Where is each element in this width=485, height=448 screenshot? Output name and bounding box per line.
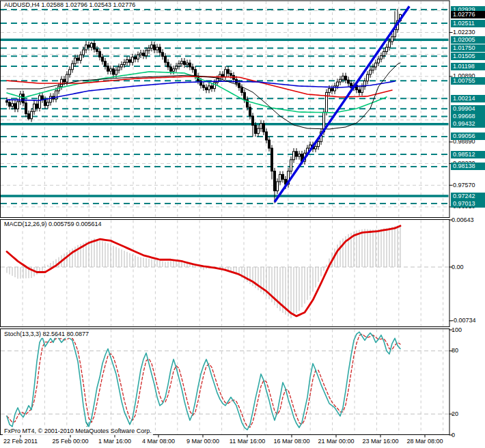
price-label: 1.02230	[451, 29, 485, 36]
trendline-blue	[275, 6, 409, 202]
candle-up	[85, 45, 87, 50]
price-label: 1.00755	[451, 77, 485, 85]
macd-layer	[7, 225, 400, 318]
candle-down	[64, 79, 66, 82]
price-label: 0.99432	[451, 120, 485, 128]
candle-down	[227, 70, 230, 74]
candle-up	[69, 70, 71, 74]
candle-down	[252, 116, 254, 125]
candle-down	[154, 45, 156, 50]
candle-up	[394, 29, 396, 37]
candle-up	[208, 86, 210, 90]
candle-up	[148, 48, 150, 51]
date-label: 22 Feb 2011	[3, 438, 38, 445]
candle-down	[282, 174, 284, 179]
candle-down	[206, 87, 208, 89]
date-label: 1 Mar 16:00	[98, 438, 131, 445]
candle-up	[293, 152, 295, 160]
candle-down	[211, 86, 213, 89]
candle-down	[9, 102, 11, 107]
candle-up	[80, 55, 82, 60]
candle-up	[115, 70, 117, 74]
candle-up	[91, 43, 93, 47]
indicator-scale-label: 100	[452, 326, 462, 334]
candle-up	[340, 79, 342, 82]
candle-up	[173, 69, 175, 71]
candle-down	[135, 57, 137, 59]
candle-down	[162, 53, 164, 57]
candle-down	[249, 107, 251, 116]
indicator-scale-label: 0.00	[452, 264, 464, 271]
candle-up	[258, 128, 260, 133]
candle-up	[74, 58, 77, 64]
level-lines-layer	[1, 10, 449, 204]
candle-up	[334, 86, 336, 91]
candle-up	[225, 70, 227, 77]
candle-up	[375, 63, 377, 67]
candle-down	[296, 152, 298, 156]
candle-up	[124, 62, 126, 64]
candle-up	[17, 102, 19, 109]
candle-up	[383, 51, 385, 55]
price-label: 0.98512	[451, 151, 485, 158]
candle-down	[107, 66, 109, 71]
candle-up	[290, 160, 292, 171]
candle-up	[118, 67, 120, 70]
candle-down	[244, 92, 246, 100]
price-label: 1.02005	[451, 36, 485, 44]
candle-down	[77, 58, 79, 60]
candle-down	[165, 57, 167, 63]
candle-up	[260, 124, 262, 128]
candle-up	[386, 47, 388, 51]
candle-up	[318, 141, 320, 146]
candle-up	[342, 76, 344, 79]
date-label: 23 Mar 16:00	[362, 438, 398, 445]
candle-up	[361, 87, 363, 93]
candle-down	[96, 49, 98, 51]
candle-down	[263, 124, 265, 132]
date-label: 28 Mar 08:00	[406, 438, 443, 445]
candle-up	[372, 67, 374, 70]
candle-up	[329, 89, 331, 93]
price-label: 1.02511	[451, 20, 485, 27]
candle-down	[222, 74, 224, 76]
candle-down	[345, 76, 347, 80]
indicator-scale-label: 0.00643	[452, 216, 474, 224]
candle-up	[181, 61, 183, 64]
candle-up	[12, 104, 14, 107]
candle-down	[274, 171, 276, 191]
object-marker: y	[86, 420, 89, 427]
candle-down	[195, 70, 197, 76]
date-label: 4 Mar 08:00	[142, 438, 175, 445]
candle-up	[47, 102, 49, 106]
candle-down	[36, 104, 38, 108]
price-label: 1.02776	[451, 11, 485, 18]
candle-down	[331, 89, 333, 91]
candle-up	[39, 96, 41, 108]
price-label: 1.01505	[451, 53, 485, 60]
moving-averages-layer	[7, 63, 400, 129]
candle-down	[203, 85, 205, 87]
candle-down	[42, 96, 44, 100]
candle-up	[315, 147, 317, 149]
candle-up	[66, 74, 68, 82]
indicator-scale-label: 80	[452, 347, 458, 354]
candle-down	[271, 148, 273, 171]
candle-down	[14, 104, 16, 109]
indicator-scale-label: 20	[452, 410, 458, 418]
symbol-ohlc-title: AUDUSD,H4 1.02588 1.02796 1.02543 1.0277…	[3, 1, 137, 9]
price-label: 0.99668	[451, 113, 485, 120]
candle-up	[337, 82, 339, 86]
candle-down	[23, 94, 25, 103]
candle-up	[72, 64, 74, 70]
candle-down	[241, 87, 243, 92]
price-label: 0.97242	[451, 193, 485, 200]
ma-black-thin	[7, 63, 400, 129]
date-label: 25 Feb 00:00	[52, 438, 88, 445]
candle-up	[217, 79, 219, 83]
candle-up	[279, 174, 281, 182]
candle-down	[159, 47, 161, 53]
candle-down	[6, 100, 8, 102]
candle-down	[105, 61, 107, 66]
candle-down	[266, 132, 268, 140]
